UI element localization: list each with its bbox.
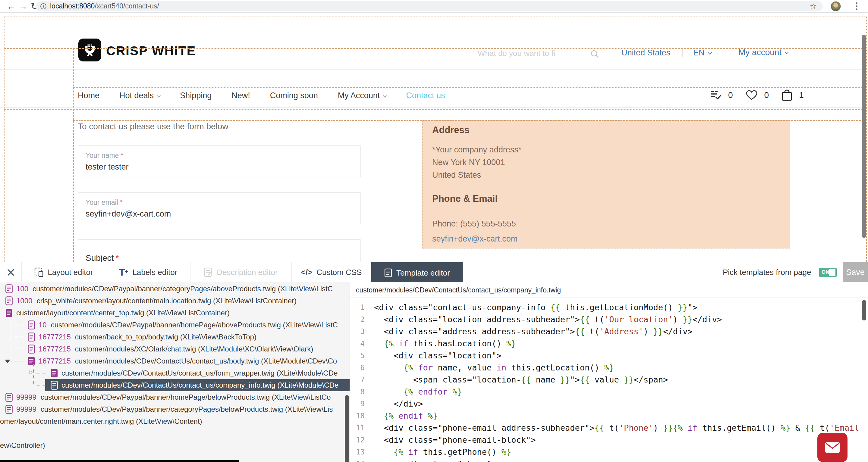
- code-line[interactable]: <div class="contact-us-company-info {{ t…: [374, 301, 868, 314]
- search-icon[interactable]: [590, 50, 599, 59]
- template-path: customer/modules/CDev/Paypal/banner/home…: [51, 321, 338, 329]
- email-field[interactable]: Your email* seyfin+dev@x-cart.com: [78, 193, 361, 224]
- code-line[interactable]: {% endif %}: [374, 410, 868, 422]
- nav-item-my-account[interactable]: My Account: [338, 91, 386, 100]
- tree-row[interactable]: 100customer/modules/CDev/Paypal/banner/c…: [0, 283, 350, 295]
- template-path: customer/modules/CDev/Paypal/banner/cate…: [41, 405, 333, 414]
- tree-row[interactable]: 99999customer/modules/CDev/Paypal/banner…: [0, 391, 350, 403]
- tab-custom-css[interactable]: </> Custom CSS: [292, 262, 371, 282]
- save-button[interactable]: Save: [843, 262, 868, 282]
- custom-css-icon: </>: [301, 268, 313, 277]
- labels-editor-icon: T+: [119, 267, 128, 278]
- code-line[interactable]: {% if this.hasLocation() %}: [374, 338, 868, 350]
- pick-templates-toggle[interactable]: ON: [819, 268, 837, 277]
- forward-icon[interactable]: →: [19, 1, 28, 12]
- tree-vertical-scrollbar[interactable]: [345, 395, 349, 462]
- chevron-down-icon: [784, 50, 789, 54]
- template-weight: 10: [38, 321, 47, 329]
- open-file-path: customer/modules/CDev/ContactUs/contact_…: [350, 282, 868, 298]
- city-line: New York NY 10001: [432, 158, 505, 167]
- code-line[interactable]: <span class="location-{{ name }}">{{ val…: [374, 374, 868, 386]
- code-line[interactable]: {% for name, value in this.getLocation()…: [374, 362, 868, 374]
- template-tree: 100customer/modules/CDev/Paypal/banner/c…: [0, 282, 350, 452]
- url-text[interactable]: localhost:8080/xcart540/contact-us/: [50, 2, 159, 10]
- tree-row[interactable]: customer/layout/content/center_top.twig …: [0, 307, 350, 319]
- tree-row[interactable]: 16777215customer/modules/XC/Olark/chat.t…: [0, 343, 350, 355]
- code-line[interactable]: <div class="phone-email address-subheade…: [374, 422, 868, 434]
- close-editor-button[interactable]: [0, 262, 22, 282]
- tree-connector: [10, 317, 10, 361]
- tree-row[interactable]: omer/layout/content/main.center.right.tw…: [0, 415, 350, 427]
- profile-avatar[interactable]: [831, 1, 841, 11]
- code-line[interactable]: <div class="phone">: [374, 458, 868, 462]
- nav-item-hot-deals[interactable]: Hot deals: [119, 91, 160, 100]
- template-path: ew\Controller): [0, 441, 45, 450]
- my-account-menu[interactable]: My account: [738, 47, 788, 57]
- tree-row[interactable]: 99999customer/modules/CDev/Paypal/banner…: [0, 403, 350, 415]
- compare-icon[interactable]: [710, 90, 721, 100]
- tree-row[interactable]: ▷customer/modules/CDev/ContactUs/contact…: [0, 367, 350, 379]
- contact-mail-fab[interactable]: [817, 433, 847, 462]
- code-line[interactable]: {% endfor %}: [374, 386, 868, 398]
- code-editor[interactable]: 1234567891011121314 <div class="contact-…: [350, 298, 868, 462]
- url-bar[interactable]: i localhost:8080/xcart540/contact-us/ ☆: [36, 1, 823, 11]
- main-nav: Home Hot deals Shipping New! Coming soon…: [78, 91, 445, 100]
- back-icon[interactable]: ←: [7, 1, 16, 12]
- browser-menu-icon[interactable]: [856, 2, 858, 10]
- tree-row[interactable]: customer/modules/CDev/ContactUs/contact_…: [0, 379, 350, 391]
- tree-row[interactable]: 16777215customer/back_to_top/body.twig (…: [0, 331, 350, 343]
- toggle-knob: [829, 269, 835, 276]
- code-line[interactable]: <div class="phone-email-block">: [374, 434, 868, 446]
- tree-row[interactable]: ew\Controller): [0, 439, 350, 452]
- template-outline: [73, 48, 74, 262]
- line-number: 3: [350, 326, 369, 338]
- page-info-icon[interactable]: i: [40, 3, 46, 9]
- code-line[interactable]: </div>: [374, 398, 868, 410]
- screen: ← → ↻ i localhost:8080/xcart540/contact-…: [0, 0, 868, 462]
- tree-row[interactable]: 1000crisp_white/customer/layout/content/…: [0, 295, 350, 307]
- name-field[interactable]: Your name* tester tester: [78, 145, 361, 177]
- store-logo[interactable]: [79, 38, 101, 61]
- template-path: customer/modules/CDev/ContactUs/contact_…: [61, 381, 338, 389]
- code-lines[interactable]: <div class="contact-us-company-info {{ t…: [369, 301, 868, 462]
- tree-doc-icon: [28, 357, 35, 366]
- tab-labels-editor[interactable]: T+ Labels editor: [106, 262, 190, 282]
- line-number: 1: [350, 301, 369, 314]
- store-name[interactable]: CRISP WHITE: [106, 43, 196, 58]
- code-line[interactable]: <div class="address address-subheader">{…: [374, 326, 868, 338]
- tree-row[interactable]: 10customer/modules/CDev/Paypal/banner/ho…: [0, 319, 350, 331]
- name-value[interactable]: tester tester: [86, 162, 129, 172]
- code-vertical-scrollbar[interactable]: [862, 300, 866, 321]
- tree-row[interactable]: 16777215customer/modules/CDev/ContactUs/…: [0, 355, 350, 367]
- bookmark-star-icon[interactable]: ☆: [810, 1, 817, 11]
- email-link[interactable]: seyfin+dev@x-cart.com: [432, 234, 518, 244]
- toggle-on-label: ON: [822, 269, 830, 275]
- compare-count[interactable]: 0: [728, 90, 733, 100]
- code-line[interactable]: <div class="location">: [374, 350, 868, 362]
- country-selector[interactable]: United States: [621, 48, 670, 58]
- page-scrollbar[interactable]: [862, 35, 866, 238]
- phone-email-heading: Phone & Email: [432, 193, 498, 204]
- address-heading: Address: [432, 125, 470, 135]
- nav-item-shipping[interactable]: Shipping: [180, 91, 212, 100]
- mail-envelope-icon: [825, 442, 840, 453]
- code-line[interactable]: {% if this.getPhone() %}: [374, 446, 868, 458]
- nav-item-contact-us[interactable]: Contact us: [406, 91, 445, 100]
- layout-editor-icon: [34, 267, 43, 277]
- nav-item-new[interactable]: New!: [231, 91, 250, 100]
- wishlist-heart-icon[interactable]: [746, 90, 758, 101]
- nav-item-home[interactable]: Home: [78, 91, 99, 100]
- wishlist-count[interactable]: 0: [764, 90, 769, 100]
- language-selector[interactable]: EN: [693, 48, 711, 58]
- cart-count[interactable]: 1: [799, 90, 804, 100]
- template-outline: [866, 16, 867, 262]
- cart-bag-icon[interactable]: [781, 89, 792, 101]
- code-line[interactable]: <div class="location address-subheader">…: [374, 314, 868, 326]
- tab-template-editor[interactable]: Template editor: [371, 262, 463, 284]
- nav-item-coming-soon[interactable]: Coming soon: [270, 91, 318, 100]
- tab-description-editor[interactable]: Description editor: [190, 262, 292, 282]
- email-value[interactable]: seyfin+dev@x-cart.com: [86, 209, 171, 219]
- line-number: 7: [350, 374, 369, 386]
- line-number: 14: [350, 458, 369, 462]
- tab-layout-editor[interactable]: Layout editor: [22, 262, 106, 282]
